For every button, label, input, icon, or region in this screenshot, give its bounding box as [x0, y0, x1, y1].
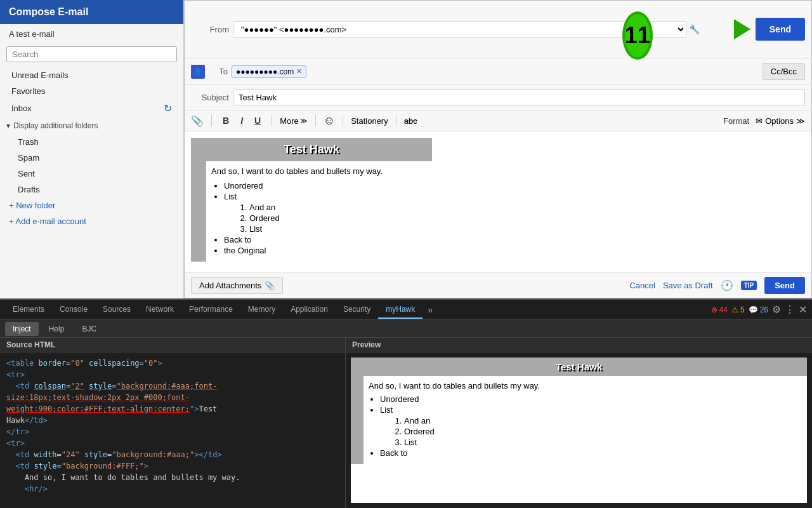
more-button[interactable]: More ≫ [280, 116, 308, 126]
emoji-button[interactable]: ☺ [324, 114, 335, 128]
tab-memory[interactable]: Memory [240, 301, 283, 319]
tab-network[interactable]: Network [138, 301, 181, 319]
devtools-close-icon[interactable]: ✕ [799, 304, 807, 316]
list-item: And an [404, 416, 802, 425]
tab-console[interactable]: Console [52, 301, 95, 319]
sidebar-item-favorites[interactable]: Favorites [0, 83, 183, 99]
email-unordered-list: Unordered List And an Ordered List Back … [224, 181, 427, 255]
from-select[interactable]: "●●●●●●" <●●●●●●●●.com> [233, 21, 686, 38]
tab-performance[interactable]: Performance [181, 301, 240, 319]
add-attachments-button[interactable]: Add Attachments 📎 [191, 277, 283, 294]
code-line: <table border="0" cellspacing="0"> [6, 358, 339, 369]
toolbar-separator5 [396, 115, 396, 126]
tab-application[interactable]: Application [283, 301, 336, 319]
source-html-title: Source HTML [0, 338, 345, 352]
attach-icon[interactable]: 📎 [191, 115, 204, 127]
preview-title: Preview [346, 338, 812, 352]
sidebar-item-trash[interactable]: Trash [0, 134, 183, 150]
devtools-panel: Elements Console Sources Network Perform… [0, 298, 812, 508]
remove-recipient-button[interactable]: ✕ [296, 67, 302, 76]
subject-input[interactable] [233, 90, 805, 105]
options-button[interactable]: ✉ Options ≫ [756, 116, 805, 126]
error-icon: ⊗ [711, 305, 717, 314]
more-tabs-button[interactable]: » [422, 301, 438, 319]
sidebar-item-drafts[interactable]: Drafts [0, 182, 183, 197]
toolbar-right: Format ✉ Options ≫ [723, 116, 805, 126]
code-line: <tr> [6, 438, 339, 449]
preview-panel: Preview Test Hawk And so, I want to do t… [346, 338, 812, 508]
underline-button[interactable]: U [251, 114, 264, 128]
preview-title-cell: Test Hawk [351, 358, 807, 376]
add-account-button[interactable]: + Add e-mail account [0, 213, 183, 229]
compose-footer: Add Attachments 📎 Cancel Save as Draft 🕐… [185, 272, 811, 298]
send-button-footer[interactable]: Send [764, 277, 805, 294]
tab-sources[interactable]: Sources [95, 301, 138, 319]
compose-toolbar: 📎 B I U More ≫ ☺ Stationery abc Format ✉… [185, 110, 811, 131]
clock-icon[interactable]: 🕐 [721, 279, 733, 291]
add-folder-button[interactable]: + New folder [0, 197, 183, 213]
email-left-strip [191, 161, 206, 262]
source-code-area[interactable]: <table border="0" cellspacing="0"> <tr> … [0, 352, 345, 508]
sidebar-item-unread[interactable]: Unread E-mails [0, 67, 183, 83]
from-row: From "●●●●●●" <●●●●●●●●.com> 🔧 11 Send [185, 1, 811, 58]
sub-tab-inject[interactable]: Inject [5, 322, 39, 336]
settings-icon[interactable]: ⚙ [772, 304, 781, 316]
warn-icon: ⚠ [731, 305, 738, 314]
devtools-controls: ⊗ 44 ⚠ 5 💬 26 ⚙ ⋮ ✕ [711, 304, 807, 316]
ccbcc-button[interactable]: Cc/Bcc [763, 63, 805, 80]
code-line: <td style="background:#FFF;"> [6, 460, 339, 472]
tab-security[interactable]: Security [336, 301, 378, 319]
warning-count[interactable]: ⚠ 5 [731, 305, 745, 314]
preview-content: Test Hawk And so, I want to do tables an… [351, 358, 807, 503]
list-item: List [404, 438, 802, 447]
toolbar-separator [211, 115, 212, 126]
source-html-panel: Source HTML <table border="0" cellspacin… [0, 338, 346, 508]
contact-icon: 👤 [191, 65, 205, 79]
tab-elements[interactable]: Elements [5, 301, 52, 319]
list-item: Ordered [249, 213, 427, 223]
code-line: Hawk</td> [6, 415, 339, 426]
send-button-top[interactable]: Send [756, 18, 805, 41]
badge-arrow [734, 19, 750, 39]
wrench-icon[interactable]: 🔧 [689, 24, 700, 34]
bold-button[interactable]: B [219, 114, 232, 128]
to-field-wrap: ●●●●●●●●●.com ✕ [232, 65, 759, 78]
compose-panel: From "●●●●●●" <●●●●●●●●.com> 🔧 11 Send 👤… [184, 0, 812, 298]
code-line: weight:900;color:#FFF;text-align:center;… [6, 403, 339, 415]
devtools-more-icon[interactable]: ⋮ [785, 304, 795, 316]
sidebar-section-header[interactable]: ▾ Display additional folders [0, 117, 183, 134]
sub-tab-bjc[interactable]: BJC [74, 322, 104, 336]
error-count[interactable]: ⊗ 44 [711, 305, 728, 314]
subject-label: Subject [191, 93, 229, 102]
sub-tab-help[interactable]: Help [41, 322, 72, 336]
cancel-link[interactable]: Cancel [629, 281, 655, 290]
to-recipient-tag: ●●●●●●●●●.com ✕ [232, 65, 306, 78]
format-button[interactable]: Format [723, 116, 749, 126]
from-label: From [191, 25, 229, 34]
stationery-button[interactable]: Stationery [351, 116, 388, 126]
devtools-sub-tabs: Inject Help BJC [0, 320, 812, 338]
email-content-table: Test Hawk And so, I want to do tables an… [191, 138, 432, 262]
sidebar-item-spam[interactable]: Spam [0, 150, 183, 166]
toolbar-separator4 [343, 115, 343, 126]
italic-button[interactable]: I [237, 114, 246, 128]
sidebar-nav: Unread E-mails Favorites Inbox ↻ ▾ Displ… [0, 65, 183, 232]
collapse-arrow-icon: ▾ [6, 121, 10, 130]
compose-body[interactable]: Test Hawk And so, I want to do tables an… [185, 131, 811, 272]
tip-badge: TIP [741, 281, 757, 290]
preview-intro: And so, I want to do tables and bullets … [369, 381, 802, 391]
email-title-cell: Test Hawk [191, 138, 432, 161]
search-input[interactable] [6, 46, 177, 62]
refresh-icon[interactable]: ↻ [164, 102, 172, 114]
to-row: 👤 To ●●●●●●●●●.com ✕ Cc/Bcc [185, 58, 811, 85]
subject-row: Subject [185, 85, 811, 110]
sidebar-item-sent[interactable]: Sent [0, 166, 183, 182]
preview-table: Test Hawk And so, I want to do tables an… [351, 358, 807, 464]
save-draft-link[interactable]: Save as Draft [663, 281, 713, 290]
tab-myhawk[interactable]: myHawk [378, 301, 422, 319]
message-count[interactable]: 💬 26 [749, 305, 768, 314]
sidebar-item-inbox[interactable]: Inbox ↻ [0, 99, 183, 117]
abc-button[interactable]: abc [404, 116, 417, 126]
devtools-tabs: Elements Console Sources Network Perform… [0, 300, 812, 320]
chevron-down-icon: ≫ [796, 116, 805, 126]
